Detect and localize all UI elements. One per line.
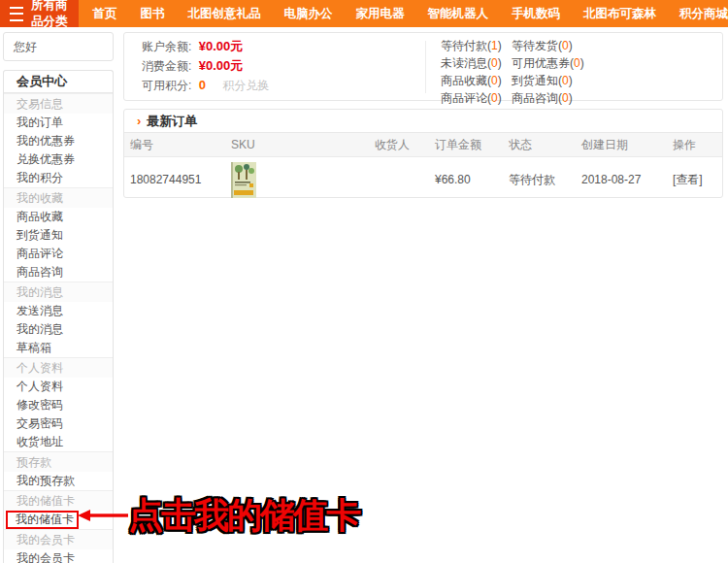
nav-item-points-mall[interactable]: 积分商城 [679, 0, 728, 27]
all-categories-button[interactable]: 所有商品分类 [0, 0, 79, 27]
stat-goods-favorites[interactable]: 商品收藏0 [441, 72, 502, 89]
spent-value: ¥0.00元 [199, 58, 244, 73]
order-amount: ¥66.80 [429, 157, 503, 203]
orders-title: 最新订单 [147, 114, 197, 128]
sidebar-item-my-member-card[interactable]: 我的会员卡 [4, 549, 113, 563]
col-amount: 订单金额 [429, 133, 503, 157]
stats-column-1: 等待付款1 未读消息0 商品收藏0 商品评论0 [441, 37, 502, 107]
vertical-divider [425, 41, 426, 93]
stat-goods-consult[interactable]: 商品咨询0 [512, 89, 584, 107]
sidebar-section-favorites: 我的收藏 商品收藏 到货通知 商品评论 商品咨询 [4, 187, 113, 282]
annotation-highlight-box[interactable]: 我的储值卡 [6, 511, 79, 529]
order-view-link[interactable]: [查看] [667, 157, 722, 203]
stat-unread-messages[interactable]: 未读消息0 [441, 54, 502, 72]
stat-pending-shipment[interactable]: 等待发货0 [512, 37, 584, 54]
nav-item-smart-robots[interactable]: 智能机器人 [428, 0, 489, 27]
hamburger-menu-icon [10, 7, 23, 21]
col-sku: SKU [225, 133, 369, 157]
sidebar-item-my-messages[interactable]: 我的消息 [4, 320, 113, 339]
sidebar-item-drafts[interactable]: 草稿箱 [4, 339, 113, 357]
top-navigation-bar: 所有商品分类 首页 图书 北图创意礼品 电脑办公 家用电器 智能机器人 手机数码… [0, 0, 728, 27]
account-summary-panel: 账户余额: ¥0.00元 消费金额: ¥0.00元 可用积分: 0 积分兑换 等… [123, 32, 723, 101]
sidebar-section-header: 预存款 [4, 452, 113, 472]
points-row: 可用积分: 0 积分兑换 [142, 76, 269, 95]
greeting-box: 您好 [3, 32, 114, 61]
sidebar-item-redeem-coupons[interactable]: 兑换优惠券 [4, 150, 113, 169]
orders-table: 编号 SKU 收货人 订单金额 状态 创建日期 操作 18082744951 [124, 132, 722, 202]
nav-item-buke-forest[interactable]: 北图布可森林 [583, 0, 656, 27]
orders-header-row: 编号 SKU 收货人 订单金额 状态 创建日期 操作 [124, 133, 722, 157]
nav-item-creative-gifts[interactable]: 北图创意礼品 [188, 0, 261, 27]
balance-value: ¥0.00元 [199, 39, 244, 53]
stat-available-coupons[interactable]: 可用优惠券0 [512, 54, 584, 72]
order-row: 18082744951 [124, 157, 722, 203]
nav-item-books[interactable]: 图书 [141, 0, 165, 27]
sidebar-section-header: 个人资料 [4, 358, 113, 378]
points-value: 0 [199, 78, 206, 92]
order-date: 2018-08-27 [576, 157, 667, 203]
nav-item-home[interactable]: 首页 [93, 0, 117, 27]
sidebar-section-profile: 个人资料 个人资料 修改密码 交易密码 收货地址 [4, 357, 113, 451]
order-id: 18082744951 [124, 157, 225, 203]
order-consignee [369, 157, 429, 203]
sidebar-section-header: 交易信息 [4, 94, 113, 114]
nav-item-home-appliances[interactable]: 家用电器 [356, 0, 405, 27]
sidebar-item-shipping-address[interactable]: 收货地址 [4, 433, 113, 451]
order-status: 等待付款 [503, 157, 576, 203]
member-center-title: 会员中心 [4, 71, 113, 93]
orders-title-row: ›最新订单 [124, 110, 722, 132]
points-redeem-link[interactable]: 积分兑换 [222, 79, 269, 92]
col-status: 状态 [503, 133, 576, 157]
sidebar-section-member-card: 我的会员卡 我的会员卡 [4, 529, 113, 563]
sidebar-section-deposit: 预存款 我的预存款 [4, 451, 113, 490]
sidebar-item-my-orders[interactable]: 我的订单 [4, 114, 113, 132]
nav-item-computer-office[interactable]: 电脑办公 [284, 0, 333, 27]
col-consignee: 收货人 [369, 133, 429, 157]
account-balance-row: 账户余额: ¥0.00元 [142, 37, 269, 56]
annotation-left-arrow-icon [78, 508, 128, 523]
sidebar-item-arrival-notice[interactable]: 到货通知 [4, 226, 113, 245]
balance-label: 账户余额: [142, 40, 191, 53]
sidebar-item-my-deposit[interactable]: 我的预存款 [4, 472, 113, 490]
sidebar-section-header: 我的消息 [4, 282, 113, 302]
sidebar-item-goods-favorites[interactable]: 商品收藏 [4, 208, 113, 226]
section-arrow-icon: › [137, 114, 141, 128]
member-center-panel: 会员中心 交易信息 我的订单 我的优惠券 兑换优惠券 我的积分 我的收藏 商品收… [3, 70, 114, 563]
spent-label: 消费金额: [142, 59, 191, 73]
latest-orders-panel: ›最新订单 编号 SKU 收货人 订单金额 状态 创建日期 操作 1808274… [123, 109, 723, 198]
sidebar-item-profile[interactable]: 个人资料 [4, 378, 113, 396]
all-categories-label: 所有商品分类 [31, 0, 79, 30]
annotation-text: 点击我的储值卡 [128, 497, 359, 534]
account-summary: 账户余额: ¥0.00元 消费金额: ¥0.00元 可用积分: 0 积分兑换 [142, 37, 269, 95]
stat-goods-reviews[interactable]: 商品评论0 [441, 89, 502, 107]
sidebar-section-header: 我的收藏 [4, 188, 113, 208]
sidebar-item-transaction-password[interactable]: 交易密码 [4, 414, 113, 433]
sidebar-item-change-password[interactable]: 修改密码 [4, 396, 113, 414]
greeting-text: 您好 [14, 40, 37, 53]
spent-amount-row: 消费金额: ¥0.00元 [142, 56, 269, 76]
main-nav: 首页 图书 北图创意礼品 电脑办公 家用电器 智能机器人 手机数码 北图布可森林… [79, 0, 728, 27]
stat-arrival-notice[interactable]: 到货通知0 [512, 72, 584, 89]
sidebar-item-goods-reviews[interactable]: 商品评论 [4, 245, 113, 263]
sidebar-item-send-message[interactable]: 发送消息 [4, 302, 113, 320]
sidebar-section-header: 我的会员卡 [4, 530, 113, 549]
stats-column-2: 等待发货0 可用优惠券0 到货通知0 商品咨询0 [512, 37, 584, 107]
nav-item-mobile-digital[interactable]: 手机数码 [512, 0, 560, 27]
col-created-date: 创建日期 [576, 133, 667, 157]
sidebar-item-my-points[interactable]: 我的积分 [4, 169, 113, 187]
points-label: 可用积分: [142, 79, 191, 92]
stat-pending-payment[interactable]: 等待付款1 [441, 37, 502, 54]
order-item-thumbnail[interactable] [231, 162, 256, 198]
col-action: 操作 [667, 133, 722, 157]
col-order-id: 编号 [124, 133, 225, 157]
sidebar-section-messages: 我的消息 发送消息 我的消息 草稿箱 [4, 282, 113, 357]
sidebar-item-goods-consult[interactable]: 商品咨询 [4, 263, 113, 282]
sidebar-item-my-coupons[interactable]: 我的优惠券 [4, 132, 113, 150]
sidebar-section-transactions: 交易信息 我的订单 我的优惠券 兑换优惠券 我的积分 [4, 93, 113, 187]
